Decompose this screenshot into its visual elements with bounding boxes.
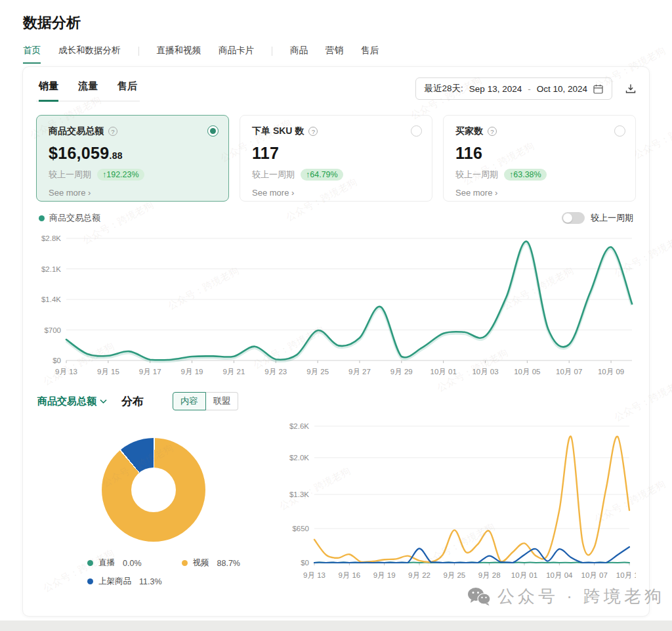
legend-dot-icon bbox=[87, 560, 93, 566]
distribution-section-head: 商品交易总额 分布 内容联盟 bbox=[37, 392, 635, 410]
sub-tabs: 销量流量售后 bbox=[36, 77, 140, 102]
nav-tab-首页[interactable]: 首页 bbox=[23, 45, 41, 64]
svg-text:$1.3K: $1.3K bbox=[289, 490, 309, 498]
svg-text:9月 29: 9月 29 bbox=[390, 368, 413, 376]
question-icon: ? bbox=[488, 127, 497, 136]
change-badge: ↑63.38% bbox=[504, 169, 547, 181]
donut-legend-item-直播: 直播0.0% bbox=[87, 557, 162, 569]
see-more-link[interactable]: See more › bbox=[455, 188, 623, 198]
distribution-donut-chart bbox=[102, 438, 205, 542]
wechat-icon bbox=[467, 587, 491, 607]
subtab-售后[interactable]: 售后 bbox=[117, 80, 137, 102]
compare-label: 较上一周期 bbox=[49, 169, 91, 181]
legend-label: 商品交易总额 bbox=[49, 212, 100, 224]
source-segment-control: 内容联盟 bbox=[173, 392, 238, 410]
metric-selector-dropdown[interactable]: 商品交易总额 bbox=[37, 395, 107, 408]
compare-row: 较上一周期↑63.38% bbox=[455, 169, 623, 181]
card-radio[interactable] bbox=[207, 125, 219, 137]
legend-dot-icon bbox=[182, 560, 188, 566]
svg-text:9月 23: 9月 23 bbox=[264, 368, 287, 376]
metric-card-1[interactable]: 商品交易总额?$16,059.88较上一周期↑192.23%See more › bbox=[36, 115, 229, 202]
question-icon: ? bbox=[308, 127, 318, 136]
nav-tab-成长和数据分析[interactable]: 成长和数据分析 bbox=[58, 45, 121, 64]
subtab-销量[interactable]: 销量 bbox=[39, 80, 58, 102]
main-chart-legend-row: 商品交易总额 较上一周期 bbox=[39, 212, 633, 224]
compare-label: 较上一周期 bbox=[252, 169, 295, 181]
compare-label: 较上一周期 bbox=[455, 169, 498, 181]
compare-row: 较上一周期↑64.79% bbox=[252, 169, 420, 181]
nav-tab-营销[interactable]: 营销 bbox=[326, 45, 343, 64]
donut-legend-pct: 88.7% bbox=[217, 559, 240, 568]
metric-card-3[interactable]: 买家数?116较上一周期↑63.38%See more › bbox=[443, 115, 636, 202]
card-value-main: $16,059 bbox=[49, 144, 109, 162]
card-value-main: 116 bbox=[455, 144, 482, 162]
svg-text:9月 19: 9月 19 bbox=[181, 368, 203, 376]
segment-button-联盟[interactable]: 联盟 bbox=[206, 392, 239, 410]
donut-column: 直播0.0%视频88.7%上架商品11.3% bbox=[36, 413, 282, 589]
card-title: 下单 SKU 数? bbox=[252, 125, 420, 137]
nav-divider bbox=[138, 47, 139, 56]
subtab-流量[interactable]: 流量 bbox=[78, 80, 98, 102]
radio-dot-icon bbox=[617, 128, 623, 134]
donut-legend-label: 直播 bbox=[98, 557, 115, 569]
nav-tab-商品[interactable]: 商品 bbox=[290, 45, 308, 64]
see-more-link[interactable]: See more › bbox=[49, 188, 217, 198]
svg-text:10月 07: 10月 07 bbox=[581, 571, 608, 579]
donut-legend-pct: 11.3% bbox=[139, 577, 162, 586]
compare-toggle-wrap: 较上一周期 bbox=[562, 212, 633, 224]
donut-legend-label: 视频 bbox=[193, 557, 209, 569]
footer-watermark: 公众号 · 跨境老狗 bbox=[467, 585, 665, 608]
nav-tab-售后[interactable]: 售后 bbox=[361, 45, 379, 64]
svg-text:10月 09: 10月 09 bbox=[598, 368, 624, 376]
svg-text:9月 25: 9月 25 bbox=[443, 571, 465, 579]
svg-text:$2.1K: $2.1K bbox=[41, 265, 61, 273]
radio-dot-icon bbox=[413, 128, 419, 134]
download-icon[interactable] bbox=[625, 83, 636, 94]
card-title: 商品交易总额? bbox=[49, 125, 217, 137]
svg-text:$700: $700 bbox=[44, 326, 61, 334]
compare-row: 较上一周期↑192.23% bbox=[49, 169, 217, 181]
top-right-controls: 最近28天: Sep 13, 2024 - Oct 10, 2024 bbox=[415, 77, 636, 100]
compare-toggle-label: 较上一周期 bbox=[591, 212, 633, 224]
radio-dot-icon bbox=[210, 128, 216, 134]
nav-tab-商品卡片[interactable]: 商品卡片 bbox=[219, 45, 254, 64]
donut-legend-item-上架商品: 上架商品11.3% bbox=[87, 576, 162, 587]
nav-divider bbox=[272, 47, 272, 56]
card-radio[interactable] bbox=[614, 125, 625, 137]
svg-text:10月 01: 10月 01 bbox=[511, 571, 537, 579]
svg-text:$650: $650 bbox=[292, 525, 309, 533]
svg-text:9月 19: 9月 19 bbox=[373, 571, 396, 579]
metric-cards: 商品交易总额?$16,059.88较上一周期↑192.23%See more ›… bbox=[36, 115, 636, 202]
svg-text:$0: $0 bbox=[52, 357, 61, 364]
svg-text:10月 03: 10月 03 bbox=[472, 368, 498, 376]
metric-card-2[interactable]: 下单 SKU 数?117较上一周期↑64.79%See more › bbox=[240, 115, 432, 202]
card-value-main: 117 bbox=[252, 144, 279, 162]
svg-text:$2.6K: $2.6K bbox=[289, 422, 309, 430]
metric-selector-label: 商品交易总额 bbox=[37, 395, 96, 408]
svg-text:9月 28: 9月 28 bbox=[478, 571, 501, 579]
date-range-picker[interactable]: 最近28天: Sep 13, 2024 - Oct 10, 2024 bbox=[415, 77, 612, 100]
distribution-body: 直播0.0%视频88.7%上架商品11.3% $0$650$1.3K$2.0K$… bbox=[36, 413, 636, 589]
svg-text:9月 13: 9月 13 bbox=[303, 571, 326, 579]
svg-text:10月 07: 10月 07 bbox=[556, 368, 582, 376]
compare-toggle[interactable] bbox=[562, 212, 585, 224]
main-chart-legend: 商品交易总额 bbox=[39, 212, 100, 224]
card-value: $16,059.88 bbox=[49, 144, 217, 163]
segment-button-内容[interactable]: 内容 bbox=[173, 392, 206, 410]
change-badge: ↑192.23% bbox=[97, 169, 144, 181]
distribution-chart-column: $0$650$1.3K$2.0K$2.6K9月 139月 169月 199月 2… bbox=[282, 413, 636, 589]
distribution-trend-chart: $0$650$1.3K$2.0K$2.6K9月 139月 169月 199月 2… bbox=[282, 414, 636, 589]
see-more-link[interactable]: See more › bbox=[252, 188, 420, 198]
legend-dot-icon bbox=[39, 215, 45, 221]
card-title-text: 商品交易总额 bbox=[49, 125, 104, 137]
svg-text:9月 15: 9月 15 bbox=[97, 368, 119, 376]
gmv-trend-chart: $0$700$1.4K$2.1K$2.8K9月 139月 159月 179月 1… bbox=[36, 229, 636, 384]
line-chart-svg: $0$650$1.3K$2.0K$2.6K9月 139月 169月 199月 2… bbox=[282, 414, 636, 586]
date-range-start: Sep 13, 2024 bbox=[469, 84, 522, 94]
nav-tab-直播和视频[interactable]: 直播和视频 bbox=[157, 45, 201, 64]
change-badge: ↑64.79% bbox=[301, 169, 343, 181]
card-radio[interactable] bbox=[411, 125, 422, 137]
donut-legend: 直播0.0%视频88.7%上架商品11.3% bbox=[87, 557, 240, 587]
calendar-icon bbox=[593, 84, 603, 94]
svg-text:9月 16: 9月 16 bbox=[338, 571, 360, 579]
